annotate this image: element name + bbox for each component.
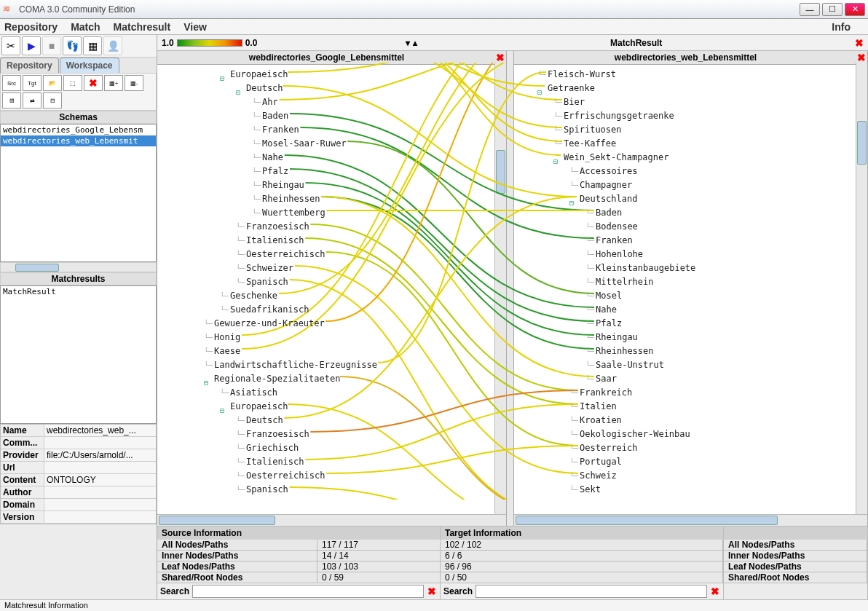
tree-node[interactable]: └─Champagner [514,178,867,192]
tree-node[interactable]: └─Oesterreichisch [157,248,506,261]
tree-node[interactable]: └─Portugal [514,455,867,469]
expand-handle-icon[interactable]: ⊟ [236,85,243,92]
expand-handle-icon[interactable]: ⊟ [537,85,545,92]
close-icon[interactable]: ✖ [856,52,867,63]
tree-node[interactable]: └─Mittelrhein [514,275,867,289]
search-input[interactable] [476,585,707,598]
tree-node[interactable]: └─Saar [514,372,867,386]
tree-node[interactable]: └─Frankreich [514,386,867,400]
minimize-button[interactable]: — [800,3,820,16]
tree-node[interactable]: └─Deutsch [157,414,506,427]
grid2-icon[interactable]: ⊟ [43,92,62,109]
list-item[interactable]: webdirectories_Google_Lebensm [1,125,156,135]
tree-node[interactable]: └─Baden [157,109,506,123]
add-green-icon[interactable]: ▦+ [104,75,123,91]
left-tree-body[interactable]: ⊟Europaeisch⊟Deutsch└─Ahr└─Baden└─Franke… [157,65,506,514]
close-icon[interactable]: ✖ [855,37,864,49]
scrollbar-h[interactable] [514,514,867,526]
step-icon[interactable]: 👣 [63,36,82,55]
expand-handle-icon[interactable]: ⊟ [220,71,227,79]
tab-repository[interactable]: Repository [0,58,59,73]
tree-node[interactable]: └─Oesterreichisch [157,469,506,483]
close-button[interactable]: ✕ [845,3,865,16]
tree-node[interactable]: ⊟Getraenke [514,82,867,95]
menu-info[interactable]: Info [832,21,851,33]
grid1-icon[interactable]: ⊞ [2,92,21,109]
tree-node[interactable]: └─Italienisch [157,234,506,248]
tree-node[interactable]: ⊟Regionale-Spezialitaeten [157,372,506,386]
tree-node[interactable]: └─Schweizer [157,261,506,275]
tree-node[interactable]: └─Rheinhessen [157,192,506,206]
source-icon[interactable]: Src [2,75,21,91]
search-input[interactable] [192,585,424,598]
list-item[interactable]: MatchResult [1,286,156,297]
remove-green-icon[interactable]: ▦- [125,75,143,91]
tree-node[interactable]: └─Schweiz [514,469,867,483]
play-icon[interactable]: ▶ [22,36,41,55]
tree-node[interactable]: └─Wuerttemberg [157,206,506,220]
tree-node[interactable]: └─Rheingau [514,331,867,344]
tree-node[interactable]: └─Ahr [157,95,506,109]
tools-icon[interactable]: ✂ [1,36,20,55]
tree-node[interactable]: └─Gewuerze-und-Kraeuter [157,317,506,331]
tree-node[interactable]: └─Spirituosen [514,123,867,137]
swap-icon[interactable]: ⇄ [23,92,42,109]
menu-view[interactable]: View [184,21,207,33]
tree-node[interactable]: ⊟Wein_Sekt-Champagner [514,151,867,165]
delete-icon[interactable]: ✖ [84,75,103,91]
tree-node[interactable]: └─Honig [157,331,506,344]
tree-node[interactable]: └─Franken [514,234,867,248]
schemas-list[interactable]: webdirectories_Google_Lebensm webdirecto… [0,124,157,262]
tree-node[interactable]: └─Kroatien [514,414,867,427]
tree-node[interactable]: └─Erfrischungsgetraenke [514,109,867,123]
tree-node[interactable]: ⊟Deutsch [157,82,506,95]
clear-icon[interactable]: ✖ [710,586,720,597]
tree-node[interactable]: └─Pfalz [514,317,867,331]
tree-node[interactable]: └─Oekologischer-Weinbau [514,427,867,441]
tree-node[interactable]: └─Spanisch [157,483,506,497]
list-item[interactable]: webdirectories_web_Lebensmit [1,135,156,146]
tree-node[interactable]: └─Suedafrikanisch [157,303,506,317]
tree-node[interactable]: ⊟Deutschland [514,192,867,206]
tree-node[interactable]: └─Sekt [514,483,867,497]
tree-node[interactable]: └─Hohenlohe [514,248,867,261]
tree-node[interactable]: └─Kleinstanbaugebiete [514,261,867,275]
tree-node[interactable]: ⊟Europaeisch [157,400,506,414]
expand-handle-icon[interactable]: ⊟ [569,196,577,203]
tree-node[interactable]: └─Mosel [514,289,867,303]
tree-node[interactable]: └─Bodensee [514,220,867,234]
tree-node[interactable]: └─Bier [514,95,867,109]
target-icon[interactable]: Tgt [23,75,42,91]
mapping-icon[interactable]: ⬚ [63,75,82,91]
close-icon[interactable]: ✖ [495,52,505,63]
splitter[interactable] [507,51,514,526]
tree-node[interactable]: └─Geschenke [157,289,506,303]
tree-node[interactable]: └─Asiatisch [157,386,506,400]
compare-icon[interactable]: ▦ [83,36,102,55]
tree-node[interactable]: └─Spanisch [157,275,506,289]
menu-match[interactable]: Match [71,21,100,33]
tree-node[interactable]: └─Griechisch [157,441,506,455]
tree-node[interactable]: └─Rheinhessen [514,344,867,358]
expand-handle-icon[interactable]: ⊟ [553,154,561,162]
tree-node[interactable]: └─Nahe [157,151,506,165]
tree-node[interactable]: └─Nahe [514,303,867,317]
menu-repository[interactable]: Repository [4,21,58,33]
menu-matchresult[interactable]: Matchresult [114,21,171,33]
tree-node[interactable]: ⊟Europaeisch [157,68,506,82]
tree-node[interactable]: └─Accessoires [514,165,867,178]
clear-icon[interactable]: ✖ [427,586,437,597]
scrollbar-h[interactable] [0,262,157,272]
tree-node[interactable]: └─Italienisch [157,455,506,469]
tree-node[interactable]: └─Rheingau [157,178,506,192]
tree-node[interactable]: └─Franzoesisch [157,220,506,234]
scrollbar-h[interactable] [157,514,506,526]
expand-handle-icon[interactable]: ⊟ [204,376,211,383]
tree-node[interactable]: └─Oesterreich [514,441,867,455]
right-tree-body[interactable]: └─Fleisch-Wurst⊟Getraenke└─Bier└─Erfrisc… [514,65,867,514]
tree-node[interactable]: └─Franzoesisch [157,427,506,441]
tree-node[interactable]: └─Franken [157,123,506,137]
tree-node[interactable]: └─Tee-Kaffee [514,137,867,151]
expand-handle-icon[interactable]: ⊟ [220,403,227,411]
tab-workspace[interactable]: Workspace [60,58,119,73]
